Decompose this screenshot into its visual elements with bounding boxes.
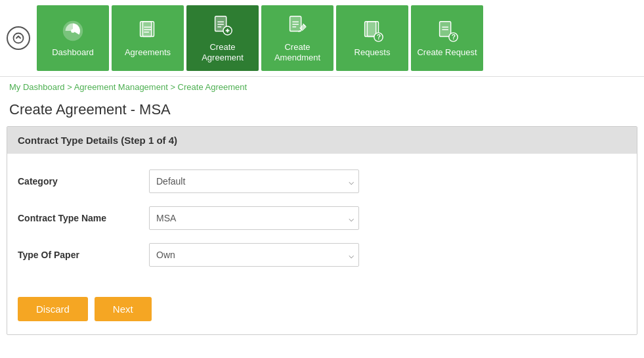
- breadcrumb-agreement-management[interactable]: Agreement Management: [74, 82, 168, 92]
- contract-type-name-select-wrapper: MSA NDA SOW ⌵: [149, 206, 359, 230]
- svg-rect-25: [440, 22, 451, 37]
- svg-text:?: ?: [452, 34, 456, 41]
- nav-tile-dashboard-label: Dashboard: [52, 47, 94, 58]
- category-select[interactable]: Default Standard Custom: [149, 169, 359, 193]
- nav-tile-requests-label: Requests: [354, 47, 391, 58]
- breadcrumb-current: Create Agreement: [178, 82, 247, 92]
- form-area: Category Default Standard Custom ⌵ Contr…: [7, 154, 637, 290]
- type-of-paper-label: Type Of Paper: [18, 250, 149, 260]
- type-of-paper-select[interactable]: Own Third Party: [149, 243, 359, 267]
- contract-type-name-label: Contract Type Name: [18, 213, 149, 223]
- nav-tile-create-amendment-label: Create Amendment: [264, 42, 331, 62]
- form-row-category: Category Default Standard Custom ⌵: [18, 169, 626, 193]
- page-title: Create Agreement - MSA: [0, 97, 644, 126]
- nav-tile-dashboard[interactable]: Dashboard: [37, 5, 109, 71]
- category-select-wrapper: Default Standard Custom ⌵: [149, 169, 359, 193]
- form-row-type-of-paper: Type Of Paper Own Third Party ⌵: [18, 243, 626, 267]
- main-content: Contract Type Details (Step 1 of 4) Cate…: [7, 126, 637, 335]
- category-label: Category: [18, 176, 149, 187]
- breadcrumb: My Dashboard > Agreement Management > Cr…: [0, 77, 644, 97]
- nav-tiles: Dashboard Agreements C: [37, 5, 483, 71]
- top-nav: Dashboard Agreements C: [0, 0, 644, 77]
- nav-tile-create-amendment[interactable]: Create Amendment: [261, 5, 333, 71]
- svg-rect-4: [142, 22, 154, 37]
- form-buttons: Discard Next: [7, 290, 637, 334]
- nav-tile-agreements[interactable]: Agreements: [112, 5, 184, 71]
- nav-tile-create-request-label: Create Request: [417, 47, 477, 58]
- nav-tile-agreements-label: Agreements: [125, 47, 171, 58]
- svg-point-2: [71, 29, 75, 33]
- next-button[interactable]: Next: [95, 297, 152, 321]
- nav-tile-requests[interactable]: ? Requests: [336, 5, 408, 71]
- svg-text:?: ?: [377, 34, 381, 41]
- breadcrumb-dashboard[interactable]: My Dashboard: [9, 82, 65, 92]
- svg-rect-15: [290, 16, 301, 32]
- contract-type-name-select[interactable]: MSA NDA SOW: [149, 206, 359, 230]
- section-header: Contract Type Details (Step 1 of 4): [7, 127, 637, 154]
- discard-button[interactable]: Discard: [18, 297, 88, 321]
- type-of-paper-select-wrapper: Own Third Party ⌵: [149, 243, 359, 267]
- form-row-contract-type-name: Contract Type Name MSA NDA SOW ⌵: [18, 206, 626, 230]
- svg-point-0: [14, 34, 24, 43]
- nav-tile-create-request[interactable]: ? Create Request: [411, 5, 483, 71]
- breadcrumb-separator-2: >: [170, 82, 177, 92]
- nav-tile-create-agreement-label: Create Agreement: [189, 42, 256, 62]
- nav-up-button[interactable]: [7, 26, 30, 50]
- nav-tile-create-agreement[interactable]: Create Agreement: [186, 5, 259, 71]
- breadcrumb-separator-1: >: [67, 82, 74, 92]
